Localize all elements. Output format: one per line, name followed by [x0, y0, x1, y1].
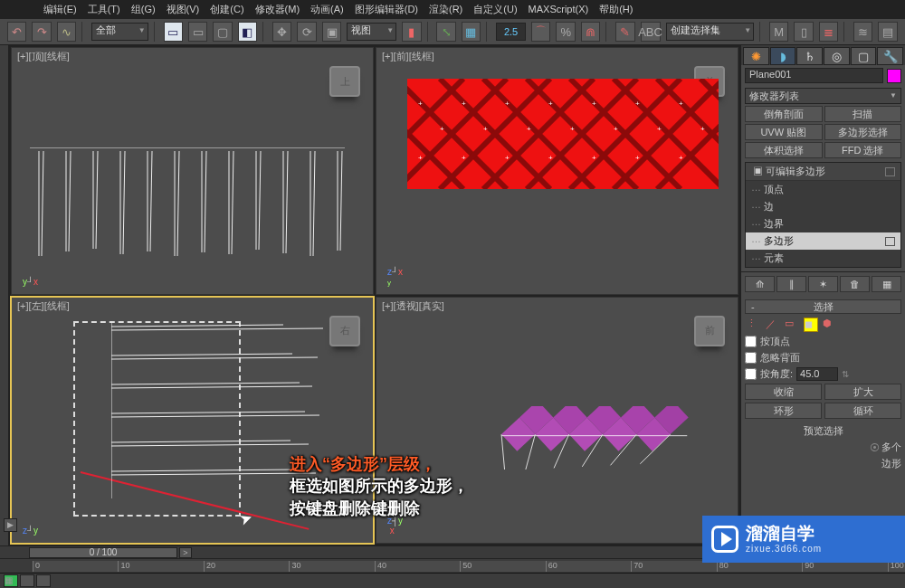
selection-filter-dropdown[interactable]: 全部: [91, 23, 148, 41]
svg-line-10: [150, 151, 152, 251]
chk-by-angle[interactable]: 按角度:: [745, 367, 793, 381]
ref-coord-dropdown[interactable]: 视图: [347, 23, 396, 41]
curve-editor-icon[interactable]: ≋: [853, 22, 872, 42]
menu-edit[interactable]: 编辑(E): [43, 3, 77, 16]
slider-next-icon[interactable]: >: [179, 547, 192, 558]
viewport-left[interactable]: [+][左][线框] 右 z┘y ➤: [11, 297, 374, 545]
tab-hierarchy-icon[interactable]: ♄: [796, 47, 823, 65]
pivot-icon[interactable]: ▮: [402, 22, 421, 42]
main-menu[interactable]: 编辑(E) 工具(T) 组(G) 视图(V) 创建(C) 修改器(M) 动画(A…: [0, 0, 905, 18]
menu-group[interactable]: 组(G): [131, 3, 156, 16]
edit-selection-icon[interactable]: ✎: [615, 22, 634, 42]
align-icon[interactable]: ▯: [794, 22, 813, 42]
undo-icon[interactable]: ↶: [7, 22, 26, 42]
viewport-front[interactable]: [+][前][线框] 前: [376, 47, 738, 295]
modbtn-polysel[interactable]: 多边形选择: [824, 124, 902, 140]
menu-script[interactable]: MAXScript(X): [529, 4, 589, 14]
left-tool-strip[interactable]: [0, 45, 9, 545]
viewcube-top[interactable]: 上: [329, 66, 360, 97]
config-stack-icon[interactable]: ▦: [872, 276, 901, 292]
select-by-name-icon[interactable]: ▭: [188, 22, 207, 42]
spinner-arrows-icon[interactable]: ⇅: [842, 369, 849, 379]
stack-polygon[interactable]: 多边形: [746, 232, 900, 250]
percent-snap-icon[interactable]: %: [556, 22, 575, 42]
angle-snap-icon[interactable]: ⌒: [531, 22, 550, 42]
select-manipulate-icon[interactable]: ⤡: [436, 22, 455, 42]
tab-utilities-icon[interactable]: 🔧: [877, 47, 903, 65]
isolate-icon[interactable]: [20, 574, 34, 587]
menu-tools[interactable]: 工具(T): [88, 3, 120, 16]
link-icon[interactable]: ∿: [57, 22, 76, 42]
angle-spinner[interactable]: 45.0: [796, 367, 838, 381]
modbtn-uvw[interactable]: UVW 贴图: [745, 124, 823, 140]
modbtn-bevel[interactable]: 倒角剖面: [745, 106, 823, 122]
maximize-vp-icon[interactable]: ▦: [4, 574, 18, 587]
modifier-list-dropdown[interactable]: 修改器列表: [745, 88, 901, 104]
menu-modify[interactable]: 修改器(M): [255, 3, 300, 16]
menu-help[interactable]: 帮助(H): [599, 3, 633, 16]
tab-modify-icon[interactable]: ◗: [770, 47, 796, 65]
spinner-snap-icon[interactable]: ⋒: [581, 22, 600, 42]
menu-render[interactable]: 渲染(R): [429, 3, 462, 16]
play-icon[interactable]: ▶: [4, 518, 17, 532]
keyboard-shortcut-icon[interactable]: ▦: [462, 22, 481, 42]
subobj-border-icon[interactable]: ▭: [785, 318, 799, 332]
tab-display-icon[interactable]: ▢: [851, 47, 877, 65]
menu-graph[interactable]: 图形编辑器(D): [355, 3, 418, 16]
menu-anim[interactable]: 动画(A): [310, 3, 344, 16]
menu-views[interactable]: 视图(V): [167, 3, 200, 16]
show-end-icon[interactable]: ∥: [776, 276, 806, 292]
shrink-button[interactable]: 收缩: [745, 384, 822, 400]
object-color-swatch[interactable]: [887, 69, 901, 83]
tab-motion-icon[interactable]: ◎: [824, 47, 850, 65]
subobj-edge-icon[interactable]: ／: [766, 318, 780, 332]
pin-stack-icon[interactable]: ⟰: [745, 276, 775, 292]
sel-lock-icon[interactable]: [36, 574, 51, 587]
unique-icon[interactable]: ✶: [808, 276, 838, 292]
named-sel-edit-icon[interactable]: ABC: [641, 22, 661, 42]
chk-ignore-back[interactable]: 忽略背面: [745, 351, 901, 365]
redo-icon[interactable]: ↷: [32, 22, 51, 42]
mirror-icon[interactable]: M: [769, 22, 788, 42]
svg-text:+: +: [505, 100, 510, 108]
select-object-icon[interactable]: ▭: [164, 22, 183, 42]
watermark-logo[interactable]: 溜溜自学 zixue.3d66.com: [702, 516, 905, 563]
ring-button[interactable]: 环形: [745, 403, 822, 419]
snap-spinner[interactable]: 2.5: [496, 23, 526, 41]
menu-create[interactable]: 创建(C): [210, 3, 243, 16]
chk-by-vertex[interactable]: 按顶点: [745, 335, 901, 348]
stack-epoly[interactable]: ▣ 可编辑多边形: [746, 163, 900, 181]
rotate-icon[interactable]: ⟳: [297, 22, 316, 42]
move-icon[interactable]: ✥: [272, 22, 291, 42]
tab-create-icon[interactable]: ✺: [743, 47, 769, 65]
schematic-icon[interactable]: ▤: [878, 22, 897, 42]
object-name-field[interactable]: Plane001: [745, 68, 883, 83]
modbtn-volsel[interactable]: 体积选择: [745, 142, 823, 158]
viewport-perspective[interactable]: [+][透视][真实] 前: [376, 297, 738, 545]
viewcube-persp[interactable]: 前: [694, 316, 725, 346]
scale-icon[interactable]: ▣: [322, 22, 341, 42]
region-rect-icon[interactable]: ▢: [213, 22, 232, 42]
subobj-polygon-icon[interactable]: ◼: [804, 318, 818, 332]
layers-icon[interactable]: ≣: [819, 22, 838, 42]
svg-text:+: +: [483, 125, 488, 133]
subobj-vertex-icon[interactable]: ⋮: [747, 318, 761, 332]
modbtn-sweep[interactable]: 扫描: [824, 106, 902, 122]
viewport-top[interactable]: [+][顶][线框] 上: [11, 47, 374, 295]
viewcube-left[interactable]: 右: [329, 316, 360, 346]
time-slider[interactable]: 0 / 100: [29, 547, 177, 558]
window-crossing-icon[interactable]: ◧: [238, 22, 257, 42]
modifier-stack[interactable]: ▣ 可编辑多边形 顶点 边 边界 多边形 元素: [745, 162, 901, 268]
stack-border[interactable]: 边界: [746, 215, 900, 232]
loop-button[interactable]: 循环: [824, 403, 901, 419]
named-selection-dropdown[interactable]: 创建选择集: [666, 23, 755, 41]
stack-vertex[interactable]: 顶点: [746, 181, 900, 198]
grow-button[interactable]: 扩大: [824, 384, 901, 400]
stack-element[interactable]: 元素: [746, 250, 900, 267]
menu-custom[interactable]: 自定义(U): [473, 3, 517, 16]
subobj-element-icon[interactable]: ⬢: [823, 318, 837, 332]
rollout-selection[interactable]: 选择: [745, 299, 901, 314]
remove-mod-icon[interactable]: 🗑: [840, 276, 870, 292]
stack-edge[interactable]: 边: [746, 198, 900, 215]
modbtn-ffdsel[interactable]: FFD 选择: [824, 142, 902, 158]
